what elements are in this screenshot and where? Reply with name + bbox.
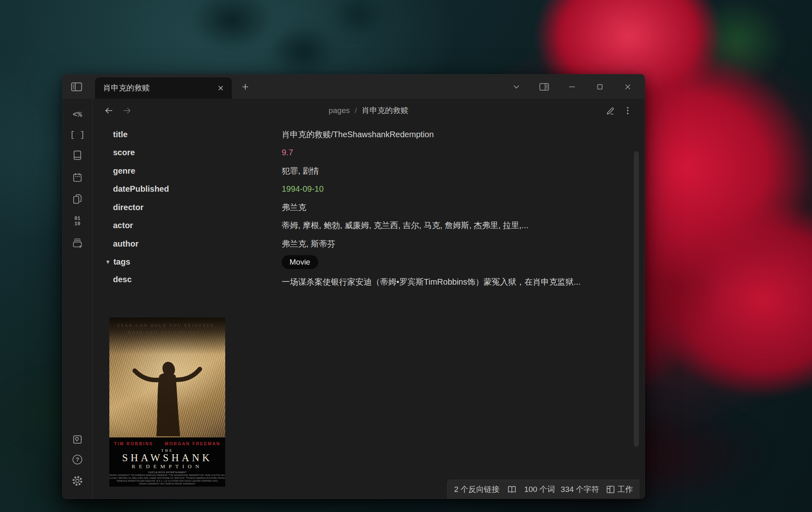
tab-close-icon[interactable] bbox=[215, 82, 227, 94]
flashcard-add-icon[interactable] bbox=[68, 234, 86, 252]
editor-scrollbar[interactable] bbox=[634, 151, 639, 447]
attr-value[interactable]: 弗兰克, 斯蒂芬 bbox=[282, 238, 335, 249]
svg-text:<%: <% bbox=[73, 110, 82, 119]
copy-pages-icon[interactable] bbox=[68, 190, 86, 208]
app-window: 肖申克的救赎 bbox=[62, 74, 645, 499]
attr-value[interactable]: 1994-09-10 bbox=[282, 184, 323, 194]
attr-row-title[interactable]: title 肖申克的救赎/TheShawshankRedemption bbox=[113, 125, 628, 144]
poster-billing-block: TIM ROBBINS MORGAN FREEMAN THE SHAWSHANK… bbox=[109, 437, 225, 487]
attr-key: desc bbox=[113, 275, 282, 284]
help-icon[interactable]: ? bbox=[68, 451, 86, 469]
attr-value[interactable]: 一场谋杀案使银行家安迪（蒂姆•罗宾斯TimRobbins饰）蒙冤入狱，在肖申克监… bbox=[282, 275, 614, 289]
tab-strip: 肖申克的救赎 bbox=[63, 75, 645, 99]
close-window-icon[interactable] bbox=[620, 79, 636, 95]
breadcrumb-parent[interactable]: pages bbox=[328, 106, 350, 115]
attr-row-score[interactable]: score 9.7 bbox=[113, 144, 628, 162]
poster-title-line1: SHAWSHANK bbox=[109, 453, 225, 463]
poster-credits: CASTLE ROCK ENTERTAINMENT FRANK DARABONT… bbox=[109, 471, 225, 485]
svg-text:01: 01 bbox=[75, 216, 80, 222]
poster-star-names: TIM ROBBINS MORGAN FREEMAN bbox=[109, 441, 225, 446]
attr-key: director bbox=[113, 203, 282, 212]
settings-gear-icon[interactable] bbox=[68, 472, 86, 490]
attr-key: author bbox=[113, 239, 282, 249]
editor-pane: pages / 肖申克的救赎 bbox=[93, 99, 645, 498]
attr-row-director[interactable]: director 弗兰克 bbox=[113, 198, 628, 217]
workspace-icon[interactable] bbox=[606, 485, 615, 494]
forward-icon[interactable] bbox=[120, 104, 133, 117]
attr-value[interactable]: 蒂姆, 摩根, 鲍勃, 威廉姆, 克兰西, 吉尔, 马克, 詹姆斯, 杰弗里, … bbox=[282, 220, 528, 231]
attr-key: ▼ tags bbox=[113, 257, 282, 267]
poster-credits-line1: CASTLE ROCK ENTERTAINMENT bbox=[109, 471, 225, 474]
attr-value[interactable]: 犯罪, 剧情 bbox=[282, 165, 319, 177]
back-icon[interactable] bbox=[102, 104, 115, 117]
window-body: <% [ ] bbox=[63, 99, 645, 498]
attr-key: actor bbox=[113, 221, 282, 230]
tag-pill-movie[interactable]: Movie bbox=[282, 255, 318, 269]
svg-text:[ ]: [ ] bbox=[70, 130, 84, 140]
word-count: 100 个词 bbox=[524, 484, 555, 495]
maximize-icon[interactable] bbox=[592, 79, 608, 95]
new-tab-button[interactable] bbox=[238, 80, 253, 94]
poster-tagline: FEAR CAN HOLD YOU PRISONER. HOPE CAN SET… bbox=[109, 322, 225, 336]
attr-row-genre[interactable]: genre 犯罪, 剧情 bbox=[113, 162, 628, 180]
poster-star-right: MORGAN FREEMAN bbox=[165, 441, 220, 446]
attr-key: genre bbox=[113, 166, 282, 176]
attr-row-actor[interactable]: actor 蒂姆, 摩根, 鲍勃, 威廉姆, 克兰西, 吉尔, 马克, 詹姆斯,… bbox=[113, 217, 628, 235]
attr-key: title bbox=[113, 130, 282, 139]
collapse-arrow-icon[interactable]: ▼ bbox=[105, 259, 111, 265]
movie-poster-image[interactable]: FEAR CAN HOLD YOU PRISONER. HOPE CAN SET… bbox=[109, 317, 225, 487]
open-book-icon[interactable] bbox=[507, 485, 517, 494]
tab-shawshank[interactable]: 肖申克的救赎 bbox=[95, 77, 232, 99]
dock-sidebar: <% [ ] bbox=[63, 99, 93, 498]
attr-key: datePublished bbox=[113, 184, 282, 194]
safe-vault-icon[interactable] bbox=[68, 430, 86, 449]
attribute-table: title 肖申克的救赎/TheShawshankRedemption scor… bbox=[113, 125, 628, 289]
window-dropdown-icon[interactable] bbox=[509, 79, 524, 95]
workspace-name[interactable]: 工作 bbox=[617, 484, 633, 495]
attr-key-label: tags bbox=[113, 257, 130, 267]
book-icon[interactable] bbox=[68, 146, 86, 164]
poster-credits-line3: CLANCY BROWN GIL BELLOWS AND JAMES WHITM… bbox=[109, 477, 225, 480]
calendar-icon[interactable] bbox=[68, 168, 86, 186]
poster-star-left: TIM ROBBINS bbox=[114, 441, 153, 446]
poster-tagline-line2: HOPE CAN SET YOU FREE. bbox=[109, 329, 225, 336]
edit-pencil-icon[interactable] bbox=[604, 104, 617, 117]
kebab-menu-icon[interactable] bbox=[621, 104, 635, 117]
breadcrumb: pages / 肖申克的救赎 bbox=[328, 99, 408, 122]
breadcrumb-current[interactable]: 肖申克的救赎 bbox=[362, 105, 409, 116]
attr-row-tags[interactable]: ▼ tags Movie bbox=[113, 253, 628, 272]
dock-panel-icon[interactable] bbox=[536, 79, 552, 95]
attr-row-author[interactable]: author 弗兰克, 斯蒂芬 bbox=[113, 235, 628, 253]
brackets-icon[interactable]: [ ] bbox=[68, 125, 86, 143]
status-bar: 2 个反向链接 100 个词 334 个字符 bbox=[447, 480, 640, 498]
template-icon[interactable]: <% bbox=[68, 105, 86, 123]
attr-value[interactable]: 肖申克的救赎/TheShawshankRedemption bbox=[282, 129, 434, 140]
poster-tagline-line1: FEAR CAN HOLD YOU PRISONER. bbox=[109, 322, 225, 329]
attr-row-datePublished[interactable]: datePublished 1994-09-10 bbox=[113, 180, 628, 199]
poster-title-line2: REDEMPTION bbox=[109, 463, 225, 469]
poster-credits-line5: FRANK DARABONT NIKI MARVIN FRANK DARABON… bbox=[109, 483, 225, 485]
attr-row-desc[interactable]: desc 一场谋杀案使银行家安迪（蒂姆•罗宾斯TimRobbins饰）蒙冤入狱，… bbox=[113, 271, 628, 289]
char-count: 334 个字符 bbox=[561, 484, 599, 495]
poster-studio-logos: CASTLE ROCK SDDS bbox=[109, 485, 225, 487]
attr-value[interactable]: 9.7 bbox=[282, 148, 293, 157]
svg-text:?: ? bbox=[76, 456, 79, 463]
poster-credits-line2: FRANK DARABONT TIM ROBBINS MORGAN FREEMA… bbox=[109, 474, 225, 477]
breadcrumb-separator: / bbox=[355, 106, 357, 115]
attr-key: score bbox=[113, 148, 282, 157]
window-controls bbox=[509, 75, 636, 99]
sidebar-toggle-icon[interactable] bbox=[68, 79, 85, 95]
binary-database-icon[interactable]: 01 10 bbox=[68, 212, 86, 230]
poster-credits-line4: TERENCE MARSH ROGER DEAKINS, B.S.C. LIZ … bbox=[109, 480, 225, 483]
minimize-icon[interactable] bbox=[564, 79, 580, 95]
backlinks-count[interactable]: 2 个反向链接 bbox=[454, 484, 500, 495]
tab-title: 肖申克的救赎 bbox=[103, 83, 215, 93]
svg-text:10: 10 bbox=[75, 221, 80, 227]
poster-figure-silhouette bbox=[131, 359, 204, 437]
breadcrumb-bar: pages / 肖申克的救赎 bbox=[93, 99, 645, 122]
attr-value[interactable]: 弗兰克 bbox=[282, 202, 306, 213]
